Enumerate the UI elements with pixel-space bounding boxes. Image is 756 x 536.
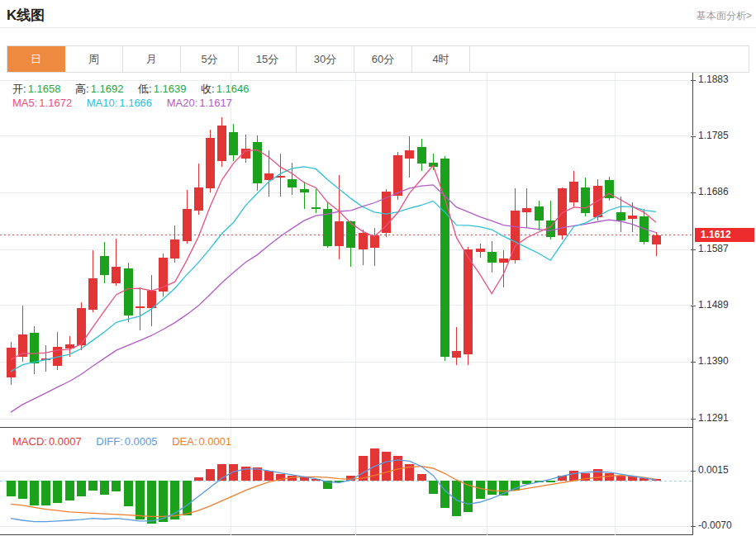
y-axis-label: 1.1686 [698,186,729,197]
candle [217,126,226,162]
macd-bar [476,481,485,499]
candle [206,138,215,188]
candle [311,207,321,209]
macd-bar [593,469,602,481]
y-axis-label: 1.1291 [698,412,729,424]
candle [7,348,16,377]
ohlc-close: 收:1.1646 [201,83,249,95]
macd-bar [264,471,273,481]
candle [616,212,625,221]
kline-chart-page: K线图 基本面分析> 日 周 月 5分 15分 30分 60分 4时 1.188… [0,0,756,536]
macd-bar [194,477,203,481]
candle [405,150,414,159]
candle [628,216,637,219]
ma5-line [11,150,656,360]
ohlc-low: 低:1.1639 [138,83,186,95]
candle [522,208,531,212]
ma20-value: MA20:1.1617 [167,97,232,109]
ma10-value: MA10:1.1666 [87,97,152,109]
page-title: K线图 [7,6,45,25]
last-price-badge: 1.1612 [695,228,754,242]
axis-tick [691,362,696,363]
macd-bar [65,481,74,500]
macd-bar [440,481,449,508]
candle [136,306,145,309]
candle [253,142,262,183]
candle [147,291,156,308]
fundamental-analysis-link[interactable]: 基本面分析> [697,9,752,23]
y-axis-label: 1.1785 [698,130,729,141]
macd-bar [30,481,39,505]
candle [170,240,179,259]
tab-day[interactable]: 日 [7,46,65,72]
macd-bar [147,481,156,524]
candle [335,221,344,246]
y-axis-label: 1.1489 [698,299,729,311]
macd-bar [569,471,578,481]
macd-bar [41,481,50,505]
macd-bar [229,464,238,481]
y-axis-label: -0.0070 [698,519,732,531]
axis-tick [691,471,696,472]
tab-week[interactable]: 周 [65,46,123,72]
macd-bar [616,476,625,481]
ma5-value: MA5:1.1672 [12,97,72,109]
candle [229,132,238,155]
macd-bar [7,481,16,496]
candle [112,267,121,283]
tab-15min[interactable]: 15分 [239,46,297,72]
axis-tick [691,306,696,306]
macd-legend: MACD:0.0007 DIFF:0.0005 DEA:0.0001 [12,435,243,448]
tab-month[interactable]: 月 [123,46,181,72]
macd-bar [452,481,461,516]
candle [476,249,485,252]
ohlc-high: 高:1.1692 [75,83,123,95]
candle [535,206,544,221]
header-divider [0,27,756,28]
tab-30min[interactable]: 30分 [297,46,354,72]
y-axis-label: 1.1587 [698,243,729,254]
chart-plot-area[interactable] [0,73,693,535]
candle [487,252,497,263]
macd-bar [77,481,86,496]
candle [499,259,508,263]
candle [88,278,97,310]
candle [652,235,661,244]
candle [183,209,192,241]
macd-bar [112,481,121,491]
y-axis-label: 0.0015 [698,464,729,476]
candle [124,268,133,315]
candle [100,256,109,275]
tabbar-filler [470,46,749,72]
tab-60min[interactable]: 60分 [354,46,412,72]
ohlc-legend: 开:1.1658 高:1.1692 低:1.1639 收:1.1646 [12,82,260,97]
macd-bar [124,481,133,506]
macd-bar [100,481,109,495]
candlestick-chart[interactable] [0,73,693,427]
macd-bar [18,481,27,499]
macd-bar [628,477,637,481]
tab-5min[interactable]: 5分 [181,46,239,72]
macd-bar [136,481,145,519]
candle [569,182,578,202]
diff-value: DIFF:0.0005 [96,435,157,448]
ma-legend: MA5:1.1672 MA10:1.1666 MA20:1.1617 [12,97,244,109]
candle [452,351,461,358]
candle [300,189,309,193]
period-tabbar: 日 周 月 5分 15分 30分 60分 4时 [7,45,749,73]
tab-4hour[interactable]: 4时 [412,46,470,72]
macd-bar [487,481,497,495]
candle [359,233,368,249]
macd-bar [88,481,97,491]
axis-tick [691,80,696,81]
dea-value: DEA:0.0001 [172,435,231,448]
candle [464,249,473,354]
axis-tick [691,249,696,250]
candle [393,155,402,196]
candle [581,187,590,212]
macd-bar [546,481,555,482]
axis-tick [691,136,696,137]
macd-bar [382,452,391,481]
macd-bar [429,481,438,494]
axis-tick [691,419,696,420]
